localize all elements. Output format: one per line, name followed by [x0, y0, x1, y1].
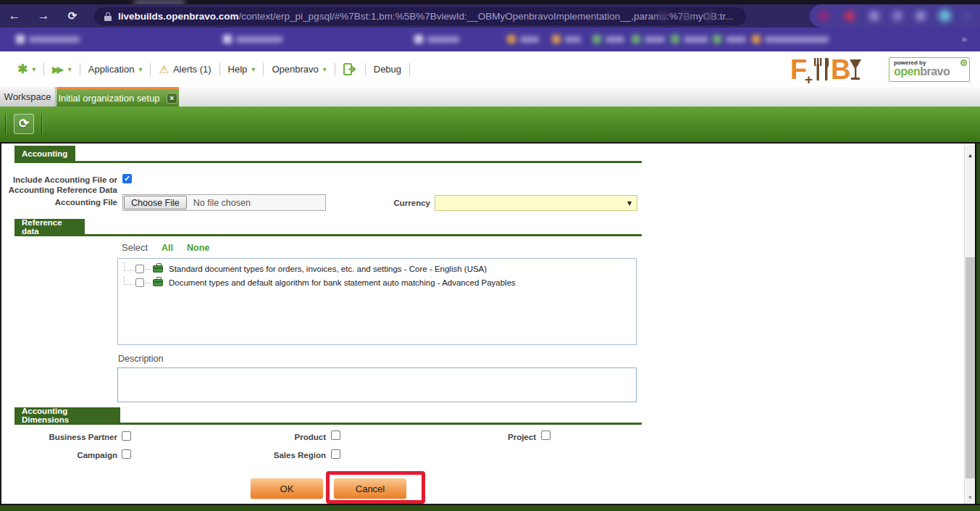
- browser-toolbar: ← → ⟳ livebuilds.openbravo.com/context/e…: [0, 4, 980, 28]
- scroll-down-icon[interactable]: ▼: [965, 494, 976, 501]
- section-accounting-dimensions-label: Accounting Dimensions: [22, 407, 113, 424]
- openbravo-logo-bravo: bravo: [920, 65, 950, 78]
- tab-workspace[interactable]: Workspace: [0, 87, 56, 107]
- accounting-file-input[interactable]: Choose File No file chosen: [122, 194, 326, 211]
- ok-button[interactable]: OK: [251, 478, 323, 499]
- bookmarks-bar: »: [0, 28, 980, 51]
- product-label: Product: [216, 433, 326, 443]
- bookmark-item[interactable]: [223, 35, 282, 43]
- section-accounting-label: Accounting: [22, 149, 67, 158]
- section-underline: [14, 234, 642, 236]
- extension-icon[interactable]: [869, 11, 879, 21]
- section-underline: [14, 423, 642, 425]
- logout-icon[interactable]: [343, 63, 357, 75]
- annotation-highlight-box: [326, 471, 425, 504]
- extension-icon[interactable]: [704, 11, 714, 21]
- sales-region-checkbox[interactable]: [331, 449, 340, 459]
- include-accounting-label: Include Accounting File or Accounting Re…: [7, 175, 117, 196]
- screen: ← → ⟳ livebuilds.openbravo.com/context/e…: [0, 0, 980, 511]
- reference-item-label: Standard document types for orders, invo…: [169, 265, 487, 273]
- browser-extensions-area: [810, 4, 980, 28]
- divider: [219, 63, 220, 75]
- bookmarks-overflow-icon[interactable]: »: [962, 33, 967, 44]
- browser-menu-icon[interactable]: [962, 11, 972, 21]
- tab-active-label: Initial organization setup: [58, 93, 159, 104]
- tree-connector: [146, 283, 151, 283]
- reference-item-checkbox[interactable]: [135, 278, 144, 287]
- chevron-down-icon[interactable]: ▾: [68, 65, 72, 73]
- choose-file-button[interactable]: Choose File: [124, 196, 187, 209]
- bookmark-item[interactable]: [507, 35, 539, 43]
- extension-icon[interactable]: [916, 11, 926, 21]
- scrollbar-thumb[interactable]: [966, 257, 975, 478]
- chevron-down-icon[interactable]: ▾: [323, 65, 327, 73]
- bookmark-item[interactable]: [632, 35, 665, 43]
- accounting-file-label: Accounting File: [7, 198, 117, 208]
- select-none-link[interactable]: None: [187, 243, 209, 253]
- product-checkbox[interactable]: [331, 431, 340, 440]
- recent-views-icon[interactable]: ▶▶: [52, 65, 61, 75]
- tree-connector: [124, 276, 134, 285]
- tab-workspace-label: Workspace: [4, 91, 51, 102]
- app-header: ✱ ▾ ▶▶ ▾ Application ▾ ⚠ Alerts (1) Help…: [0, 51, 980, 87]
- business-partner-checkbox[interactable]: [122, 431, 131, 441]
- refresh-button[interactable]: ⟳: [14, 114, 34, 134]
- workspace-icon[interactable]: ✱: [17, 62, 28, 77]
- divider: [150, 63, 151, 75]
- include-accounting-checkbox[interactable]: [122, 174, 132, 183]
- forward-icon[interactable]: →: [33, 4, 54, 28]
- reference-item-label: Document types and default algorithm for…: [169, 278, 516, 287]
- bookmark-item[interactable]: [671, 35, 708, 43]
- extension-icon[interactable]: [818, 11, 829, 21]
- select-all-link[interactable]: All: [162, 243, 173, 253]
- menu-user-openbravo[interactable]: Openbravo: [272, 64, 318, 75]
- tree-connector: [124, 262, 134, 271]
- description-textarea[interactable]: [117, 367, 637, 402]
- bookmark-item[interactable]: [592, 35, 624, 43]
- tab-initial-organization-setup[interactable]: Initial organization setup ×: [56, 87, 179, 107]
- scroll-up-icon[interactable]: ▲: [965, 152, 976, 159]
- currency-select[interactable]: ▾: [435, 195, 637, 211]
- extension-icon[interactable]: [681, 11, 691, 21]
- divider: [43, 63, 44, 75]
- bookmark-item[interactable]: [752, 35, 829, 43]
- business-partner-label: Business Partner: [7, 433, 117, 443]
- bookmark-item[interactable]: [16, 35, 80, 43]
- close-icon[interactable]: ×: [167, 93, 177, 104]
- reload-icon[interactable]: ⟳: [62, 4, 83, 28]
- chevron-down-icon[interactable]: ▾: [32, 65, 35, 73]
- bookmark-item[interactable]: [414, 35, 459, 43]
- extension-icon[interactable]: [892, 11, 902, 21]
- back-icon[interactable]: ←: [4, 4, 25, 28]
- alerts-warning-icon[interactable]: ⚠: [159, 63, 168, 76]
- reference-data-listbox[interactable]: Standard document types for orders, invo…: [117, 258, 637, 345]
- section-reference-data: Reference data: [14, 219, 85, 234]
- reference-item[interactable]: Standard document types for orders, invo…: [124, 263, 487, 275]
- vertical-scrollbar[interactable]: ▲ ▼: [964, 144, 975, 504]
- section-accounting-dimensions: Accounting Dimensions: [14, 407, 120, 423]
- bookmark-item[interactable]: [713, 35, 746, 43]
- campaign-checkbox[interactable]: [122, 449, 131, 459]
- divider: [80, 63, 80, 75]
- lock-icon[interactable]: [104, 12, 112, 21]
- bookmark-item[interactable]: [552, 35, 581, 43]
- powered-by-openbravo-badge: powered by openbravo: [889, 57, 970, 82]
- chevron-down-icon[interactable]: ▾: [251, 65, 255, 73]
- ob-main-menu: ✱ ▾ ▶▶ ▾ Application ▾ ⚠ Alerts (1) Help…: [17, 51, 418, 87]
- address-bar[interactable]: livebuilds.openbravo.com/context/erp_pi_…: [94, 7, 746, 25]
- section-accounting: Accounting: [14, 146, 75, 161]
- menu-application[interactable]: Application: [88, 64, 135, 75]
- menu-help[interactable]: Help: [228, 64, 248, 75]
- reference-item[interactable]: Document types and default algorithm for…: [124, 277, 516, 288]
- extension-icon[interactable]: [845, 11, 855, 21]
- menu-alerts[interactable]: Alerts (1): [173, 64, 212, 75]
- profile-avatar[interactable]: [939, 9, 951, 22]
- project-checkbox[interactable]: [541, 431, 550, 440]
- module-icon: [153, 279, 163, 286]
- menu-debug[interactable]: Debug: [374, 64, 401, 75]
- chevron-down-icon[interactable]: ▾: [138, 65, 142, 73]
- refresh-icon: ⟳: [19, 117, 29, 130]
- reference-item-checkbox[interactable]: [135, 265, 144, 273]
- tree-connector: [146, 269, 151, 270]
- extension-icon[interactable]: [658, 11, 668, 21]
